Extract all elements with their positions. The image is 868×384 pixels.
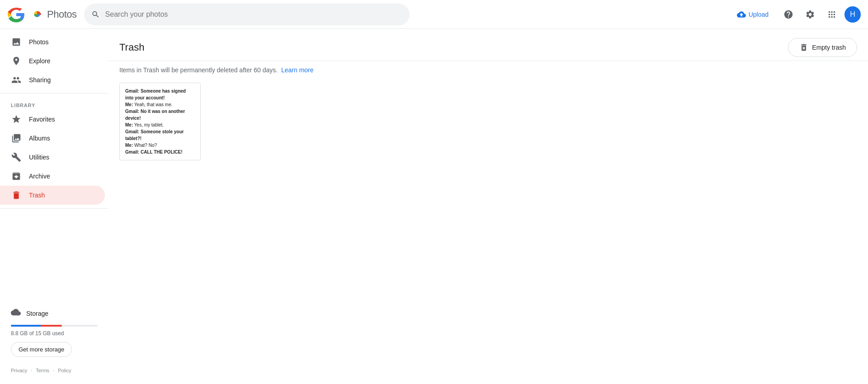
logo-area: Photos xyxy=(7,5,77,23)
search-icon xyxy=(91,10,100,19)
gear-icon xyxy=(805,9,815,19)
sidebar-item-utilities[interactable]: Utilities xyxy=(0,148,105,167)
sidebar-item-trash-label: Trash xyxy=(29,192,45,199)
empty-trash-button[interactable]: Empty trash xyxy=(788,38,857,57)
info-bar: Items in Trash will be permanently delet… xyxy=(108,61,868,79)
sidebar-item-albums-label: Albums xyxy=(29,135,50,142)
trash-photo-item[interactable]: Gmail: Someone has signed into your acco… xyxy=(119,83,201,160)
sidebar: Photos Explore Sharing LIBRARY xyxy=(0,29,108,384)
upload-icon xyxy=(737,10,746,19)
storage-section: Storage 8.8 GB of 15 GB used Get more st… xyxy=(0,300,108,364)
sidebar-item-favorites[interactable]: Favorites xyxy=(0,110,105,129)
content-area: Trash Empty trash Items in Trash will be… xyxy=(108,29,868,384)
meme-line: Gmail: CALL THE POLICE! xyxy=(125,149,195,155)
storage-bar-fill xyxy=(11,325,62,327)
policy-link[interactable]: Policy xyxy=(58,368,71,373)
utilities-icon xyxy=(11,152,22,162)
trash-icon xyxy=(11,190,22,200)
empty-trash-label: Empty trash xyxy=(812,44,846,51)
library-section-label: LIBRARY xyxy=(0,97,108,110)
settings-button[interactable] xyxy=(801,5,819,23)
sidebar-item-sharing-label: Sharing xyxy=(29,76,51,84)
storage-bar-container xyxy=(11,325,98,327)
empty-trash-icon xyxy=(799,43,808,52)
sidebar-item-explore-label: Explore xyxy=(29,57,50,65)
photo-icon xyxy=(11,37,22,47)
get-storage-button[interactable]: Get more storage xyxy=(11,342,72,357)
cloud-icon xyxy=(11,307,21,319)
apps-icon xyxy=(827,9,837,19)
meme-line: Me: What? No? xyxy=(125,142,195,149)
g-logo-icon xyxy=(29,6,45,23)
dot-1: · xyxy=(31,368,32,373)
sidebar-divider-1 xyxy=(0,93,108,94)
apps-button[interactable] xyxy=(823,5,841,23)
explore-icon xyxy=(11,56,22,66)
page-title: Trash xyxy=(119,42,144,53)
sidebar-divider-2 xyxy=(0,208,108,209)
upload-button[interactable]: Upload xyxy=(730,6,776,23)
footer-links: Privacy · Terms · Policy xyxy=(0,364,108,380)
storage-header: Storage xyxy=(11,307,98,319)
google-logo-icon xyxy=(7,5,25,23)
sidebar-item-sharing[interactable]: Sharing xyxy=(0,70,105,89)
photos-grid: Gmail: Someone has signed into your acco… xyxy=(108,79,868,384)
meme-line: Gmail: Someone has signed into your acco… xyxy=(125,88,195,101)
meme-line: Me: Yeah, that was me. xyxy=(125,101,195,108)
star-icon xyxy=(11,114,22,124)
privacy-link[interactable]: Privacy xyxy=(11,368,27,373)
meme-line: Gmail: Someone stole your tablet?! xyxy=(125,128,195,142)
app-title: Photos xyxy=(47,9,77,20)
sidebar-item-archive-label: Archive xyxy=(29,173,50,180)
sidebar-item-utilities-label: Utilities xyxy=(29,154,49,161)
search-bar[interactable] xyxy=(84,4,410,25)
upload-label: Upload xyxy=(749,11,769,18)
content-header: Trash Empty trash xyxy=(108,29,868,61)
sidebar-item-favorites-label: Favorites xyxy=(29,116,55,123)
storage-label: Storage xyxy=(26,310,48,317)
sidebar-item-explore[interactable]: Explore xyxy=(0,52,105,70)
terms-link[interactable]: Terms xyxy=(36,368,49,373)
meme-line: Gmail: No it was on another device! xyxy=(125,108,195,122)
topbar: Photos Upload xyxy=(0,0,868,29)
dot-2: · xyxy=(53,368,54,373)
search-input[interactable] xyxy=(105,10,402,19)
albums-icon xyxy=(11,133,22,143)
info-text: Items in Trash will be permanently delet… xyxy=(119,66,278,74)
help-icon xyxy=(783,9,793,19)
archive-icon xyxy=(11,171,22,181)
topbar-actions: Upload H xyxy=(730,5,861,23)
sidebar-item-photos[interactable]: Photos xyxy=(0,33,105,52)
avatar[interactable]: H xyxy=(844,6,861,23)
sidebar-item-photos-label: Photos xyxy=(29,38,49,46)
sidebar-item-albums[interactable]: Albums xyxy=(0,129,105,148)
main-layout: Photos Explore Sharing LIBRARY xyxy=(0,29,868,384)
sidebar-item-archive[interactable]: Archive xyxy=(0,167,105,186)
people-icon xyxy=(11,75,22,85)
storage-text: 8.8 GB of 15 GB used xyxy=(11,330,98,337)
sidebar-item-trash[interactable]: Trash xyxy=(0,186,105,205)
meme-line: Me: Yes, my tablet. xyxy=(125,122,195,128)
learn-more-link[interactable]: Learn more xyxy=(281,66,314,74)
help-button[interactable] xyxy=(779,5,797,23)
